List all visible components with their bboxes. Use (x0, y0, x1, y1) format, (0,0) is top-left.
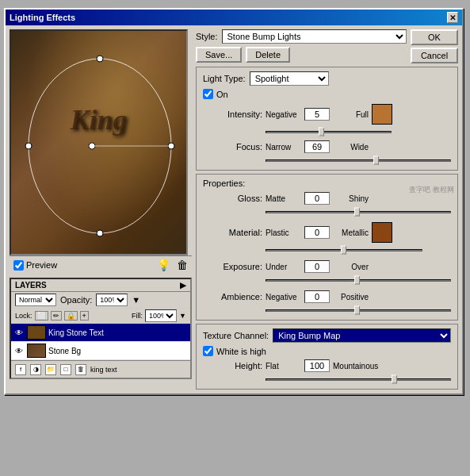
height-section: Height: Flat 100 Mountainous (203, 359, 451, 385)
layer-name: Stone Bg (48, 347, 81, 355)
intensity-slider[interactable] (266, 126, 392, 137)
top-section: Style: Stone Bump Lights Save... Delete … (196, 29, 458, 63)
delete-layer-icon[interactable]: 🗑 (75, 364, 86, 375)
ambience-end: Positive (333, 293, 369, 301)
intensity-labels-row: Intensity: Negative 5 Full (203, 104, 451, 125)
material-input[interactable]: 0 (304, 226, 330, 239)
left-panel: King (10, 29, 192, 390)
lock-all-icon[interactable]: + (80, 311, 89, 321)
preview-check-container: Preview (13, 260, 157, 271)
layer-row[interactable]: 👁 King Stone Text (11, 324, 190, 342)
ambience-slider[interactable] (266, 305, 451, 316)
layer-mask-icon[interactable]: ◑ (30, 364, 41, 375)
ok-button[interactable]: OK (411, 29, 458, 45)
save-button[interactable]: Save... (196, 47, 242, 63)
ambience-input[interactable]: 0 (304, 290, 330, 303)
height-label: Height: (203, 361, 262, 370)
style-label: Style: (196, 32, 218, 41)
properties-section: Properties: Gloss: Matte 0 Shiny (196, 174, 458, 321)
exposure-input[interactable]: 0 (304, 260, 330, 273)
intensity-end: Full (333, 110, 369, 119)
intensity-swatch[interactable] (372, 104, 392, 125)
texture-channel-label: Texture Channel: (203, 331, 269, 340)
white-is-high-label: White is high (216, 347, 266, 356)
light-type-select[interactable]: Spotlight (250, 71, 329, 86)
material-slider[interactable] (266, 244, 422, 255)
ambience-labels-row: Ambience: Negative 0 Positive (203, 290, 451, 303)
opacity-select[interactable]: 100% (96, 294, 128, 306)
style-select[interactable]: Stone Bump Lights (222, 29, 407, 44)
focus-end: Wide (333, 143, 369, 152)
material-swatch[interactable] (372, 222, 392, 243)
layer-style-icon[interactable]: f (15, 364, 26, 375)
close-button[interactable]: ✕ (447, 12, 458, 23)
fill-label: Fill: (132, 312, 143, 320)
white-is-high-row: White is high (203, 346, 451, 356)
layer-eye-icon[interactable]: 👁 (13, 328, 25, 337)
preview-label: Preview (26, 260, 57, 270)
exposure-slider[interactable] (266, 274, 451, 286)
material-end: Metallic (333, 228, 369, 237)
focus-input[interactable]: 69 (304, 140, 330, 153)
gloss-slider[interactable] (266, 206, 451, 217)
ambience-slider-row (203, 305, 451, 316)
height-input[interactable]: 100 (304, 359, 330, 372)
on-label: On (216, 90, 228, 99)
texture-channel-select[interactable]: King Bump Map (273, 328, 451, 343)
layer-thumbnail (27, 344, 46, 358)
lighting-effects-dialog: Lighting Effects ✕ King (4, 8, 464, 395)
gloss-input[interactable]: 0 (304, 192, 330, 205)
layer-row[interactable]: 👁 Stone Bg (11, 342, 190, 360)
exposure-label: Exposure: (203, 262, 262, 271)
height-slider[interactable] (266, 374, 451, 385)
light-type-label: Light Type: (203, 74, 246, 83)
lock-row: Lock: ⬜ ✏ 🔒 + Fill: 100% ▼ (11, 309, 190, 324)
right-panel: Style: Stone Bump Lights Save... Delete … (196, 29, 458, 390)
lock-image-icon[interactable]: ✏ (51, 311, 62, 321)
intensity-input[interactable]: 5 (304, 108, 330, 121)
layer-thumbnail (27, 325, 46, 340)
layer-group-icon[interactable]: 📁 (45, 364, 56, 375)
layers-bottom-bar: f ◑ 📁 □ 🗑 king text (11, 360, 190, 378)
layers-panel: LAYERS ▶ Normal Opacity: 100% ▼ Lock: ⬜ (10, 278, 192, 379)
dialog-title: Lighting Effects (10, 13, 75, 22)
material-section: Material: Plastic 0 Metallic (203, 222, 451, 255)
focus-labels-row: Focus: Narrow 69 Wide (203, 140, 451, 153)
focus-slider[interactable] (266, 155, 451, 166)
texture-channel-row: Texture Channel: King Bump Map (203, 328, 451, 343)
height-labels-row: Height: Flat 100 Mountainous (203, 359, 451, 372)
lock-transparent-icon[interactable]: ⬜ (35, 311, 48, 321)
layer-eye-icon[interactable]: 👁 (13, 347, 25, 355)
gloss-start: Matte (266, 194, 301, 203)
blend-mode-select[interactable]: Normal (15, 294, 56, 306)
opacity-label: Opacity: (60, 295, 92, 305)
delete-button[interactable]: Delete (246, 47, 290, 63)
ambience-label: Ambience: (203, 292, 262, 301)
ambience-start: Negative (266, 293, 301, 301)
exposure-end: Over (333, 263, 369, 271)
fill-arrow[interactable]: ▼ (179, 312, 186, 320)
height-slider-row (203, 374, 451, 385)
on-checkbox[interactable] (203, 89, 213, 99)
style-section: Style: Stone Bump Lights Save... Delete (196, 29, 407, 63)
gloss-slider-row (203, 206, 451, 217)
white-is-high-checkbox[interactable] (203, 346, 213, 356)
cancel-button[interactable]: Cancel (411, 48, 458, 63)
focus-section: Focus: Narrow 69 Wide (203, 140, 451, 166)
intensity-start: Negative (266, 110, 301, 119)
opacity-arrow[interactable]: ▼ (132, 295, 140, 305)
material-start: Plastic (266, 228, 301, 237)
new-layer-icon[interactable]: □ (60, 364, 71, 375)
light-bulb-icon[interactable]: 💡 (157, 259, 170, 271)
height-start: Flat (266, 362, 301, 370)
preview-canvas[interactable]: King (10, 29, 188, 255)
material-label: Material: (203, 228, 262, 237)
save-delete-row: Save... Delete (196, 47, 407, 63)
lock-position-icon[interactable]: 🔒 (64, 311, 78, 321)
focus-slider-row (203, 155, 451, 166)
fill-select[interactable]: 100% (145, 309, 177, 322)
exposure-start: Under (266, 263, 301, 271)
layers-options-icon[interactable]: ▶ (180, 281, 186, 290)
preview-checkbox[interactable] (13, 260, 24, 271)
delete-light-icon[interactable]: 🗑 (177, 259, 188, 271)
